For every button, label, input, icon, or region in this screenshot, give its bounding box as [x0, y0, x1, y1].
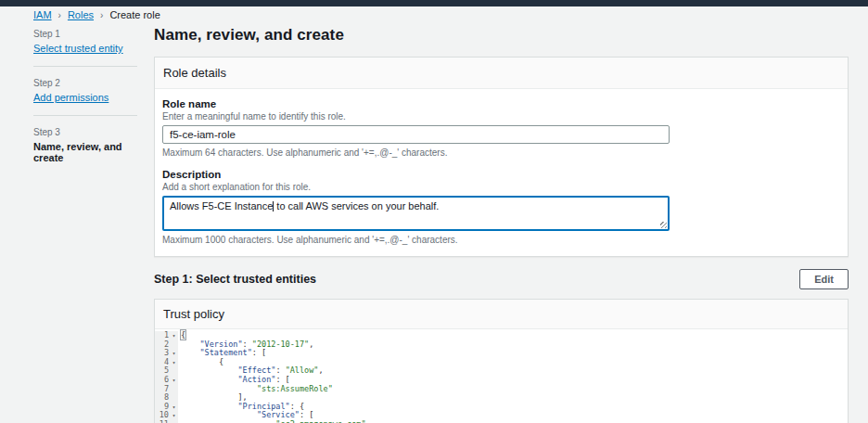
step1-review-section-header: Step 1: Select trusted entities Edit [154, 269, 849, 289]
breadcrumb-roles-link[interactable]: Roles [68, 9, 94, 20]
breadcrumb-iam-link[interactable]: IAM [33, 9, 52, 20]
step-number-label: Step 3 [33, 127, 137, 137]
breadcrumb-separator-icon: › [58, 10, 61, 20]
step-number-label: Step 1 [33, 29, 137, 39]
fold-caret-icon[interactable]: ▾ [170, 403, 178, 412]
role-name-input[interactable] [162, 125, 670, 144]
sidebar-step-1: Step 1 Select trusted entity [33, 29, 137, 54]
description-label: Description [162, 169, 840, 180]
sidebar-item-add-permissions[interactable]: Add permissions [33, 92, 137, 103]
description-text-before-cursor: Allows F5-CE Instance [170, 200, 273, 212]
fold-caret-icon[interactable]: ▾ [170, 331, 178, 340]
fold-gutter-spacer [170, 385, 178, 394]
description-hint: Add a short explanation for this role. [162, 182, 840, 192]
sidebar-divider [33, 66, 137, 67]
role-name-hint: Enter a meaningful name to identify this… [162, 111, 840, 122]
fold-caret-icon[interactable]: ▾ [170, 349, 178, 358]
description-field-group: Description Add a short explanation for … [162, 169, 840, 245]
sidebar-item-select-trusted-entity[interactable]: Select trusted entity [33, 43, 137, 54]
description-constraint: Maximum 1000 characters. Use alphanumeri… [162, 235, 840, 245]
breadcrumb: IAM › Roles › Create role [33, 9, 160, 20]
trust-policy-header: Trust policy [155, 300, 848, 329]
sidebar-step-3: Step 3 Name, review, and create [33, 127, 137, 163]
step-number-label: Step 2 [33, 78, 137, 88]
breadcrumb-separator-icon: › [100, 10, 103, 20]
sidebar-item-name-review-create-current: Name, review, and create [33, 141, 137, 163]
step1-section-title: Step 1: Select trusted entities [154, 273, 316, 286]
fold-gutter-spacer [170, 393, 178, 403]
fold-caret-icon[interactable]: ▾ [170, 411, 178, 420]
trust-policy-card: Trust policy 1▾{2 "Version": "2012-10-17… [154, 299, 849, 423]
role-name-label: Role name [162, 98, 840, 109]
top-navigation-bar [0, 0, 868, 6]
steps-sidebar: Step 1 Select trusted entity Step 2 Add … [33, 29, 137, 163]
role-name-constraint: Maximum 64 characters. Use alphanumeric … [162, 147, 840, 158]
description-text-after-cursor: to call AWS services on your behalf. [274, 200, 439, 212]
trust-policy-editor[interactable]: 1▾{2 "Version": "2012-10-17",3▾ "Stateme… [155, 329, 848, 423]
textarea-resize-handle-icon[interactable] [660, 222, 667, 228]
fold-gutter-spacer [170, 340, 178, 350]
role-name-field-group: Role name Enter a meaningful name to ide… [162, 98, 840, 158]
fold-gutter-spacer [170, 366, 178, 376]
page-title: Name, review, and create [154, 26, 849, 45]
role-details-body: Role name Enter a meaningful name to ide… [155, 89, 848, 256]
main-content: Name, review, and create Role details Ro… [154, 24, 849, 423]
edit-button[interactable]: Edit [799, 269, 849, 289]
sidebar-step-2: Step 2 Add permissions [33, 78, 137, 103]
code-line: 3▾ "Statement": [ [155, 349, 848, 358]
role-details-header: Role details [155, 58, 848, 89]
role-details-card: Role details Role name Enter a meaningfu… [154, 57, 849, 257]
code-line: 7 "sts:AssumeRole" [155, 385, 848, 394]
breadcrumb-current-page: Create role [109, 9, 160, 20]
fold-caret-icon[interactable]: ▾ [170, 376, 178, 385]
description-textarea[interactable]: Allows F5-CE Instance to call AWS servic… [162, 196, 670, 231]
sidebar-divider [33, 115, 137, 116]
fold-caret-icon[interactable]: ▾ [170, 358, 178, 367]
